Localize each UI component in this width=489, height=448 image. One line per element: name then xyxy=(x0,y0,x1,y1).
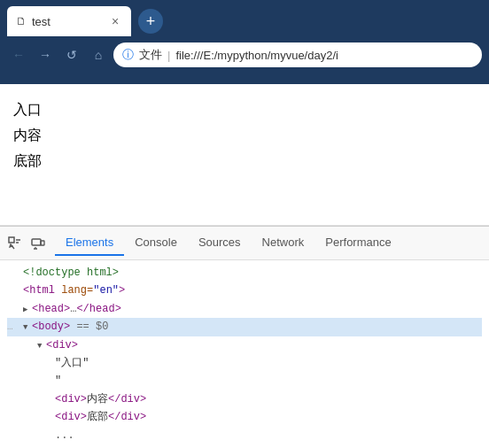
tab-title: test xyxy=(32,15,103,28)
div-neirong-line: <div>内容</div> xyxy=(7,390,482,408)
back-button[interactable]: ← xyxy=(7,43,30,66)
html-source-panel: <!doctype html> <html lang="en"> <head>…… xyxy=(0,260,489,448)
responsive-icon[interactable] xyxy=(28,234,48,253)
page-line-3: 底部 xyxy=(13,149,476,174)
tab-bar: 🗋 test × + xyxy=(0,0,489,37)
svg-rect-0 xyxy=(9,237,14,243)
tab-close-button[interactable]: × xyxy=(108,14,122,28)
body-line: … <body> == $0 xyxy=(7,318,482,336)
tab-elements[interactable]: Elements xyxy=(55,230,124,256)
file-label: 文件 xyxy=(139,47,162,63)
info-icon: ⓘ xyxy=(122,47,134,63)
url-text: file:///E:/mypython/myvue/day2/i xyxy=(175,49,338,62)
head-line: <head>…</head> xyxy=(7,300,482,318)
div-open-line: <div> xyxy=(7,336,482,354)
browser-chrome: 🗋 test × + ← → ↺ ⌂ ⓘ 文件 | file:///E:/myp… xyxy=(0,0,489,84)
div-toggle[interactable] xyxy=(37,336,46,354)
tab-network[interactable]: Network xyxy=(252,230,315,256)
devtools-panel: Elements Console Sources Network Perform… xyxy=(0,226,489,448)
svg-rect-2 xyxy=(41,241,44,245)
tab-console[interactable]: Console xyxy=(124,230,188,256)
page-content: 入口 内容 底部 xyxy=(0,84,489,226)
text-ru-line: "入口" xyxy=(7,354,482,372)
html-tag-line: <html lang="en"> xyxy=(7,282,482,299)
html-open-tag: <html xyxy=(23,282,61,299)
home-button[interactable]: ⌂ xyxy=(87,43,110,66)
ellipsis-line: ... xyxy=(7,427,482,444)
inspector-icon[interactable] xyxy=(5,234,25,253)
page-line-1: 入口 xyxy=(13,97,476,123)
devtools-tab-bar: Elements Console Sources Network Perform… xyxy=(0,227,489,260)
reload-button[interactable]: ↺ xyxy=(60,43,83,66)
tab-performance[interactable]: Performance xyxy=(314,230,401,256)
new-tab-button[interactable]: + xyxy=(138,9,163,34)
address-bar[interactable]: ⓘ 文件 | file:///E:/mypython/myvue/day2/i xyxy=(113,42,482,67)
browser-tab[interactable]: 🗋 test × xyxy=(7,6,131,36)
head-toggle[interactable] xyxy=(23,300,32,318)
tab-sources[interactable]: Sources xyxy=(188,230,252,256)
svg-rect-1 xyxy=(32,239,41,245)
page-line-2: 内容 xyxy=(13,123,476,149)
devtools-icon-group xyxy=(5,234,48,253)
forward-button[interactable]: → xyxy=(34,43,57,66)
address-separator: | xyxy=(167,49,170,62)
body-toggle[interactable] xyxy=(23,318,32,336)
nav-bar: ← → ↺ ⌂ ⓘ 文件 | file:///E:/mypython/myvue… xyxy=(0,37,489,73)
text-quote-line: " xyxy=(7,372,482,390)
text-quote: " xyxy=(55,372,61,390)
doctype-line: <!doctype html> xyxy=(7,264,482,282)
text-ru: "入口" xyxy=(55,354,89,372)
doctype-text: <!doctype html> xyxy=(23,264,119,282)
tab-favicon-icon: 🗋 xyxy=(16,15,27,27)
div-dibu-line: <div>底部</div> xyxy=(7,408,482,426)
